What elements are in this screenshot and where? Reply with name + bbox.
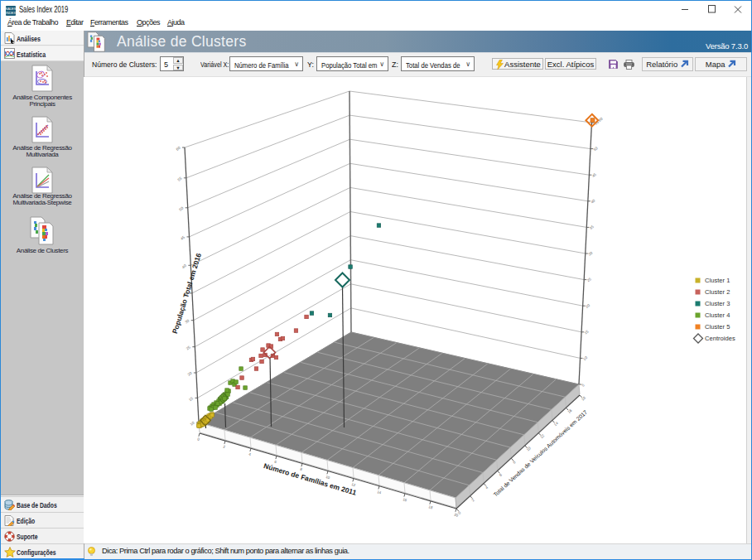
- svg-text:10: 10: [582, 355, 588, 361]
- svg-text:6: 6: [274, 460, 277, 465]
- svg-text:45: 45: [591, 172, 597, 178]
- svg-text:60: 60: [598, 116, 604, 122]
- svg-text:Cluster 4: Cluster 4: [705, 311, 730, 319]
- svg-text:2: 2: [471, 498, 476, 503]
- svg-text:4: 4: [484, 485, 489, 490]
- svg-text:15: 15: [188, 396, 194, 402]
- svg-text:20: 20: [186, 371, 192, 377]
- svg-text:Centroides: Centroides: [705, 335, 735, 342]
- svg-text:40: 40: [590, 198, 595, 204]
- svg-text:50: 50: [178, 205, 184, 211]
- svg-text:55: 55: [176, 176, 182, 181]
- svg-text:5: 5: [581, 383, 586, 388]
- svg-text:Cluster 2: Cluster 2: [705, 288, 730, 296]
- svg-text:10: 10: [190, 421, 195, 427]
- svg-text:8: 8: [300, 467, 303, 472]
- svg-text:18: 18: [428, 504, 434, 509]
- svg-text:50: 50: [593, 146, 599, 152]
- svg-text:35: 35: [589, 224, 595, 230]
- svg-text:60: 60: [176, 146, 181, 152]
- svg-text:40: 40: [181, 263, 187, 269]
- svg-text:14: 14: [377, 490, 383, 495]
- svg-text:10: 10: [526, 446, 532, 451]
- svg-text:Cluster 5: Cluster 5: [705, 323, 730, 331]
- svg-text:2: 2: [223, 444, 226, 449]
- svg-text:Cluster 1: Cluster 1: [705, 277, 730, 284]
- svg-text:6: 6: [499, 472, 504, 477]
- svg-text:45: 45: [180, 234, 186, 240]
- svg-text:Cluster 3: Cluster 3: [705, 300, 730, 307]
- svg-text:12: 12: [539, 433, 545, 439]
- svg-text:25: 25: [186, 345, 191, 350]
- svg-text:16: 16: [566, 408, 572, 414]
- svg-text:25: 25: [586, 277, 592, 282]
- svg-text:4: 4: [248, 452, 252, 457]
- svg-text:8: 8: [512, 460, 517, 465]
- svg-text:14: 14: [553, 421, 559, 427]
- svg-text:30: 30: [184, 318, 190, 324]
- svg-text:0: 0: [197, 437, 200, 442]
- svg-text:20: 20: [585, 303, 591, 309]
- svg-text:15: 15: [584, 329, 590, 335]
- svg-text:30: 30: [587, 250, 593, 256]
- svg-text:16: 16: [403, 497, 408, 502]
- svg-text:INDEX: INDEX: [6, 11, 16, 15]
- svg-text:18: 18: [581, 395, 586, 401]
